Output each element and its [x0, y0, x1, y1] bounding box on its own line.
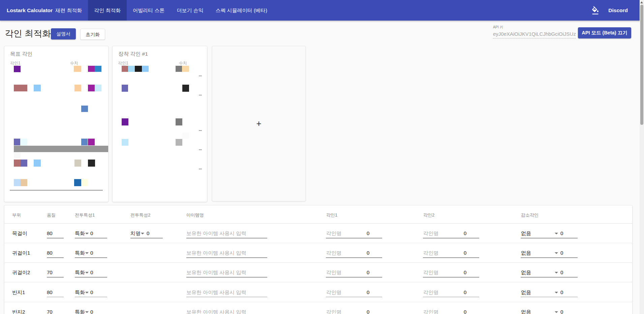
- combat-stat1-select[interactable]: 특화: [75, 269, 85, 276]
- input-underline: [521, 257, 578, 258]
- engraving1-value-input[interactable]: 0: [367, 269, 369, 275]
- item-name-input[interactable]: 보유한 아이템 사용시 입력: [186, 309, 246, 314]
- engraving1-name-input[interactable]: 각인명: [326, 269, 341, 276]
- combat-stat1-value[interactable]: 0: [90, 250, 93, 256]
- engraving2-value-input[interactable]: 0: [464, 250, 466, 256]
- nav-tab-4[interactable]: 스펙 시뮬레이터 (베타): [210, 0, 273, 21]
- combat-stat1-select[interactable]: 특화: [75, 309, 85, 314]
- quality-input[interactable]: 70: [47, 269, 53, 275]
- engraving-icon-block: [14, 179, 21, 186]
- top-nav: Lostark Calculator 재련 최적화각인 최적화어빌리티 스톤더보…: [0, 0, 644, 21]
- reduction-value-input[interactable]: 0: [560, 289, 563, 295]
- nav-tab-0[interactable]: 재련 최적화: [49, 0, 88, 21]
- input-underline: [47, 277, 64, 278]
- discord-link[interactable]: Discord: [608, 7, 628, 13]
- reduction-value-input[interactable]: 0: [560, 269, 563, 275]
- quality-input[interactable]: 70: [47, 309, 53, 314]
- combat-stat1-value[interactable]: 0: [90, 309, 93, 314]
- manual-button[interactable]: 설명서: [51, 28, 76, 39]
- engraving-icon-block: [74, 160, 81, 167]
- engraving2-name-input[interactable]: 각인명: [423, 230, 438, 237]
- chevron-down-icon: [555, 292, 558, 293]
- quality-input[interactable]: 80: [47, 230, 53, 236]
- engraving1-value-input[interactable]: 0: [367, 289, 369, 295]
- engraving1-value-input[interactable]: 0: [367, 309, 369, 314]
- vertical-scrollbar[interactable]: [640, 0, 644, 314]
- combat-stat2-value[interactable]: 0: [147, 230, 149, 236]
- reduction-value-input[interactable]: 0: [560, 250, 563, 256]
- api-key-input[interactable]: eyJ0eXAiOiJKV1QiLCJhbGciOiJSUzI1N: [493, 31, 576, 38]
- column-header-eng1: 각인1: [326, 212, 337, 218]
- engraving-icon-block: [34, 85, 41, 91]
- column-header-eng2: 각인2: [423, 212, 434, 218]
- reduction-select[interactable]: 없음: [521, 289, 531, 296]
- combat-stat2-select[interactable]: 치명: [130, 230, 141, 237]
- add-engraving-card[interactable]: +: [212, 46, 306, 201]
- item-name-input[interactable]: 보유한 아이템 사용시 입력: [186, 250, 246, 256]
- chevron-down-icon: [555, 311, 558, 313]
- input-underline: [47, 238, 64, 238]
- engraving2-value-input[interactable]: 0: [464, 289, 466, 295]
- api-mode-toggle-button[interactable]: API 모드 (Beta) 끄기: [578, 27, 631, 38]
- combat-stat1-select[interactable]: 특화: [75, 289, 85, 296]
- engraving-icon-block: [34, 160, 41, 167]
- engraving-icon-block: [81, 179, 88, 186]
- engraving2-name-input[interactable]: 각인명: [423, 269, 438, 276]
- engraving1-name-input[interactable]: 각인명: [326, 289, 341, 296]
- scroll-up-arrow[interactable]: [640, 1, 643, 3]
- engraving1-name-input[interactable]: 각인명: [326, 309, 341, 314]
- column-header-part: 부위: [12, 212, 21, 218]
- paint-bucket-icon[interactable]: [591, 6, 600, 15]
- engraving-column-label: 각인1: [118, 60, 128, 66]
- input-underline: [47, 257, 64, 258]
- engraving1-value-input[interactable]: 0: [367, 250, 369, 256]
- combat-stat1-select[interactable]: 특화: [75, 250, 85, 256]
- item-name-input[interactable]: 보유한 아이템 사용시 입력: [186, 230, 246, 237]
- engraving-icon-block: [135, 66, 142, 72]
- engraving-icon-block: [14, 85, 27, 91]
- combat-stat1-value[interactable]: 0: [90, 289, 93, 295]
- engraving-icon-block: [88, 66, 95, 72]
- brand-link[interactable]: Lostark Calculator: [7, 0, 53, 21]
- chevron-down-icon: [85, 233, 89, 234]
- reduction-select[interactable]: 없음: [521, 269, 531, 276]
- plus-icon[interactable]: +: [212, 119, 305, 128]
- engraving2-value-input[interactable]: 0: [464, 269, 466, 275]
- chevron-down-icon: [555, 233, 558, 234]
- engraving1-name-input[interactable]: 각인명: [326, 230, 341, 237]
- input-underline: [75, 297, 107, 297]
- item-name-input[interactable]: 보유한 아이템 사용시 입력: [186, 269, 246, 276]
- engraving-icon-block: [95, 85, 101, 91]
- engraving2-value-input[interactable]: 0: [464, 309, 466, 314]
- reduction-select[interactable]: 없음: [521, 309, 531, 314]
- engraving2-name-input[interactable]: 각인명: [423, 250, 438, 256]
- input-underline: [326, 238, 382, 238]
- reduction-select[interactable]: 없음: [521, 250, 531, 256]
- reduction-value-input[interactable]: 0: [560, 309, 563, 314]
- engraving-icon-block: [122, 139, 128, 146]
- nav-tab-3[interactable]: 더보기 손익: [171, 0, 210, 21]
- part-label: 목걸이: [12, 230, 27, 237]
- scrollbar-thumb[interactable]: [640, 5, 643, 125]
- nav-tab-1[interactable]: 각인 최적화: [88, 0, 127, 21]
- combat-stat1-value[interactable]: 0: [90, 269, 93, 275]
- combat-stat1-select[interactable]: 특화: [75, 230, 85, 237]
- nav-tab-2[interactable]: 어빌리티 스톤: [127, 0, 171, 21]
- combat-stat1-value[interactable]: 0: [90, 230, 93, 236]
- engraving2-name-input[interactable]: 각인명: [423, 309, 438, 314]
- column-header-quality: 품질: [47, 212, 56, 218]
- reset-button[interactable]: 초기화: [80, 29, 105, 40]
- engraving2-value-input[interactable]: 0: [464, 230, 466, 236]
- input-underline: [10, 190, 103, 191]
- quality-input[interactable]: 80: [47, 250, 53, 256]
- reduction-select[interactable]: 없음: [521, 230, 531, 237]
- chevron-down-icon: [141, 233, 144, 234]
- reduction-value-input[interactable]: 0: [560, 230, 563, 236]
- quality-input[interactable]: 80: [47, 289, 53, 295]
- engraving1-name-input[interactable]: 각인명: [326, 250, 341, 256]
- item-name-input[interactable]: 보유한 아이템 사용시 입력: [186, 289, 246, 296]
- engraving2-name-input[interactable]: 각인명: [423, 289, 438, 296]
- engraving1-value-input[interactable]: 0: [367, 230, 369, 236]
- collapse-dash: [199, 169, 202, 169]
- engraving-icon-block: [122, 66, 128, 72]
